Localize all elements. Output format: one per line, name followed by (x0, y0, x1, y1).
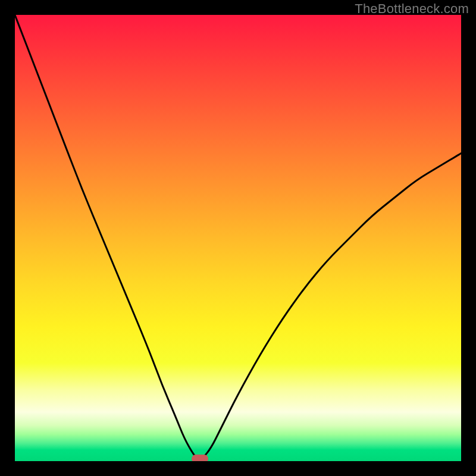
bottleneck-curve (15, 15, 461, 461)
chart-frame: TheBottleneck.com (0, 0, 476, 476)
plot-area (15, 15, 461, 461)
watermark-text: TheBottleneck.com (355, 1, 469, 17)
optimal-marker (192, 455, 208, 461)
